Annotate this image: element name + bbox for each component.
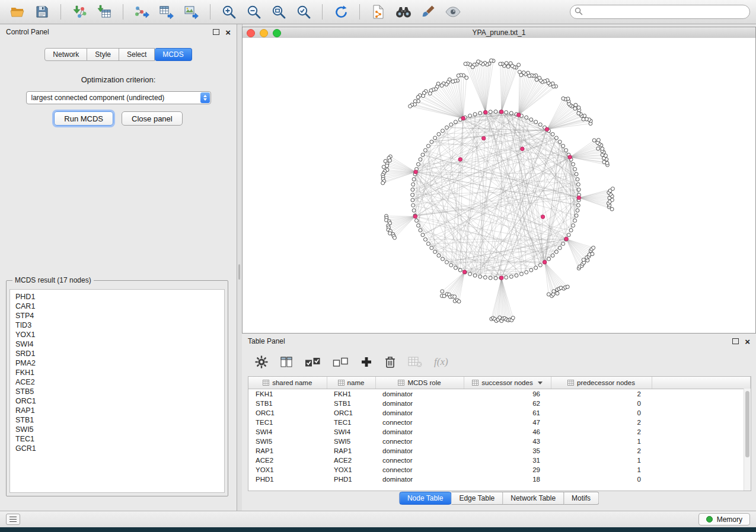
- mcds-result-item[interactable]: SWI4: [15, 339, 224, 349]
- float-panel-icon[interactable]: [732, 338, 739, 344]
- mcds-result-item[interactable]: PMA2: [15, 358, 224, 368]
- mcds-result-item[interactable]: TID3: [15, 321, 224, 330]
- node-table-row[interactable]: ORC1ORC1dominator610: [248, 408, 751, 418]
- show-hide-details-button[interactable]: [442, 2, 464, 21]
- maximize-window-icon[interactable]: [273, 29, 281, 37]
- node-table-row[interactable]: SWI5SWI5connector431: [248, 437, 751, 446]
- zoom-in-button[interactable]: [218, 2, 240, 21]
- first-neighbors-button[interactable]: [392, 2, 414, 21]
- node-table-row[interactable]: YOX1YOX1connector291: [248, 465, 751, 475]
- open-file-button[interactable]: [6, 2, 28, 21]
- node-table-row[interactable]: TEC1TEC1connector472: [248, 418, 751, 427]
- zoom-selected-button[interactable]: [292, 2, 315, 21]
- export-image-button[interactable]: [180, 2, 203, 21]
- mcds-result-item[interactable]: STB1: [15, 415, 224, 425]
- mcds-result-item[interactable]: PHD1: [15, 292, 224, 302]
- mcds-result-item[interactable]: ORC1: [15, 396, 224, 406]
- minimize-window-icon[interactable]: [260, 29, 268, 37]
- tab-mcds[interactable]: MCDS: [155, 48, 192, 61]
- column-header-shared-name[interactable]: shared name: [248, 377, 327, 389]
- tab-style[interactable]: Style: [87, 48, 119, 61]
- mcds-result-item[interactable]: SWI5: [15, 425, 224, 434]
- mcds-result-item[interactable]: STP4: [15, 311, 224, 321]
- column-header-name[interactable]: name: [327, 377, 375, 389]
- apply-layout-button[interactable]: [330, 2, 352, 21]
- node-table-row[interactable]: FKH1FKH1dominator962: [248, 389, 751, 399]
- select-all-button[interactable]: [305, 356, 321, 368]
- close-panel-icon[interactable]: ×: [225, 28, 231, 37]
- node-table-row[interactable]: STB1STB1dominator620: [248, 399, 751, 408]
- mcds-result-item[interactable]: CAR1: [15, 302, 224, 311]
- mcds-result-item[interactable]: FKH1: [15, 368, 224, 377]
- column-header-mcds-role[interactable]: MCDS role: [375, 377, 464, 389]
- tab-node-table[interactable]: Node Table: [399, 492, 452, 505]
- import-network-button[interactable]: [68, 2, 91, 21]
- zoom-fit-button[interactable]: [267, 2, 290, 21]
- mcds-result-item[interactable]: GCR1: [15, 444, 224, 453]
- function-builder-button[interactable]: f(x): [434, 356, 448, 368]
- column-header-successor-nodes[interactable]: successor nodes: [464, 377, 551, 389]
- network-titlebar[interactable]: YPA_prune.txt_1: [243, 27, 755, 39]
- export-table-button[interactable]: [155, 2, 178, 21]
- cell-mcds-role: connector: [375, 437, 464, 446]
- network-graph[interactable]: [243, 38, 755, 333]
- node-table-container: shared name name MCDS role successor nod…: [248, 376, 751, 491]
- splitter-grip: [238, 264, 240, 280]
- scrollbar-thumb[interactable]: [745, 391, 749, 457]
- tab-select[interactable]: Select: [119, 48, 155, 61]
- close-panel-icon[interactable]: ×: [745, 337, 750, 346]
- mcds-result-item[interactable]: RAP1: [15, 406, 224, 415]
- mcds-result-item[interactable]: TEC1: [15, 434, 224, 444]
- close-panel-button[interactable]: Close panel: [122, 111, 183, 126]
- zoom-out-button[interactable]: [243, 2, 265, 21]
- import-table-button[interactable]: [93, 2, 116, 21]
- network-view: [243, 38, 755, 333]
- column-settings-button[interactable]: [255, 355, 268, 368]
- cell-predecessor-nodes: 1: [551, 465, 652, 475]
- float-panel-icon[interactable]: [213, 29, 219, 35]
- cell-predecessor-nodes: 2: [551, 446, 652, 456]
- close-window-icon[interactable]: [247, 29, 255, 37]
- cell-successor-nodes: 29: [464, 465, 551, 475]
- delete-columns-button[interactable]: [384, 355, 396, 368]
- toolbar-separator: [210, 4, 210, 20]
- save-button[interactable]: [31, 2, 53, 21]
- import-network-icon: [72, 4, 87, 20]
- node-table-row[interactable]: PHD1PHD1dominator180: [248, 475, 751, 484]
- tab-network[interactable]: Network: [44, 48, 87, 61]
- delete-table-button[interactable]: [408, 356, 422, 368]
- column-header-predecessor-nodes[interactable]: predecessor nodes: [551, 377, 652, 389]
- tab-motifs[interactable]: Motifs: [564, 492, 599, 505]
- columns-icon: [280, 355, 293, 368]
- deselect-all-button[interactable]: [333, 356, 349, 368]
- node-table-row[interactable]: ACE2ACE2connector311: [248, 456, 751, 465]
- run-mcds-button[interactable]: Run MCDS: [54, 111, 113, 126]
- share-document-button[interactable]: [367, 2, 390, 21]
- cell-filler: [652, 437, 751, 446]
- cell-shared-name: YOX1: [248, 465, 327, 475]
- plus-icon: [361, 356, 372, 368]
- mcds-result-item[interactable]: STB5: [15, 387, 224, 396]
- search-input[interactable]: [570, 5, 750, 19]
- node-table-row[interactable]: SWI4SWI4dominator462: [248, 427, 751, 437]
- cell-name: FKH1: [327, 389, 375, 399]
- tab-network-table[interactable]: Network Table: [503, 492, 564, 505]
- export-network-button[interactable]: [130, 2, 153, 21]
- cell-predecessor-nodes: 2: [551, 427, 652, 437]
- column-header-filler: [652, 377, 751, 389]
- node-table-row[interactable]: RAP1RAP1dominator352: [248, 446, 751, 456]
- criterion-dropdown[interactable]: largest connected component (undirected): [26, 91, 211, 104]
- show-columns-button[interactable]: [280, 355, 293, 368]
- mcds-result-item[interactable]: YOX1: [15, 330, 224, 339]
- add-column-button[interactable]: [361, 356, 372, 368]
- cell-name: YOX1: [327, 465, 375, 475]
- tab-edge-table[interactable]: Edge Table: [451, 492, 503, 505]
- cell-filler: [652, 456, 751, 465]
- mcds-result-item[interactable]: SRD1: [15, 349, 224, 358]
- save-disk-icon: [35, 5, 49, 19]
- table-vertical-scrollbar[interactable]: [744, 389, 751, 491]
- memory-button[interactable]: Memory: [698, 513, 750, 525]
- mcds-result-item[interactable]: ACE2: [15, 377, 224, 387]
- paint-style-button[interactable]: [417, 2, 439, 21]
- task-history-button[interactable]: [6, 514, 20, 525]
